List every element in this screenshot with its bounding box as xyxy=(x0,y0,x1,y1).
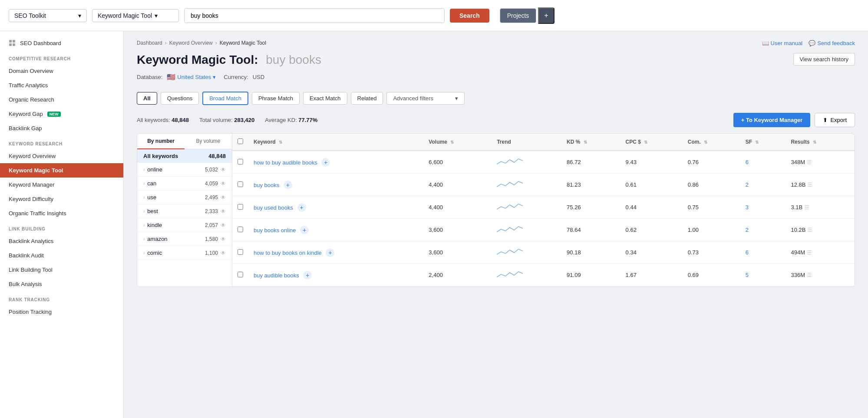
row-checkbox[interactable] xyxy=(238,181,243,187)
com-sort-icon[interactable]: ⇅ xyxy=(704,140,707,145)
sidebar-item-keyword-overview[interactable]: Keyword Overview xyxy=(0,149,123,163)
filter-exact-match-button[interactable]: Exact Match xyxy=(303,92,347,105)
sidebar-item-domain-overview[interactable]: Domain Overview xyxy=(0,64,123,78)
add-keyword-button[interactable]: + xyxy=(300,226,309,234)
filter-questions-button[interactable]: Questions xyxy=(161,92,199,105)
add-keyword-button[interactable]: + xyxy=(321,158,330,167)
chat-icon: 💬 xyxy=(809,40,815,46)
projects-plus-button[interactable]: + xyxy=(538,7,554,24)
td-volume: 4,400 xyxy=(423,196,492,219)
results-menu-icon: ☰ xyxy=(807,181,812,188)
td-results: 10.2B☰ xyxy=(785,219,855,241)
breadcrumb-keyword-overview[interactable]: Keyword Overview xyxy=(169,40,213,46)
tab-by-volume[interactable]: By volume xyxy=(185,134,232,149)
th-cpc: CPC $ ⇅ xyxy=(620,134,683,151)
sidebar-item-backlink-analytics[interactable]: Backlink Analytics xyxy=(0,234,123,248)
kd-sort-icon[interactable]: ⇅ xyxy=(584,140,587,145)
row-checkbox[interactable] xyxy=(238,249,243,255)
th-com: Com. ⇅ xyxy=(683,134,740,151)
td-kd: 90.18 xyxy=(561,241,620,264)
sf-value[interactable]: 6 xyxy=(746,249,749,256)
add-keyword-button[interactable]: + xyxy=(326,248,334,257)
chevron-right-icon: › xyxy=(143,209,145,214)
add-keyword-button[interactable]: + xyxy=(297,203,306,212)
main-content: Dashboard › Keyword Overview › Keyword M… xyxy=(124,31,868,418)
sf-value[interactable]: 5 xyxy=(746,272,749,278)
filter-phrase-match-button[interactable]: Phrase Match xyxy=(252,92,300,105)
row-checkbox[interactable] xyxy=(238,204,243,210)
sidebar-item-traffic-analytics[interactable]: Traffic Analytics xyxy=(0,78,123,92)
sf-value[interactable]: 3 xyxy=(746,204,749,211)
results-sort-icon[interactable]: ⇅ xyxy=(813,140,816,145)
user-manual-link[interactable]: 📖 User manual xyxy=(762,40,803,46)
sidebar-item-keyword-difficulty[interactable]: Keyword Difficulty xyxy=(0,192,123,206)
search-input[interactable] xyxy=(184,8,445,23)
list-item[interactable]: › kindle 2,057 👁 xyxy=(137,218,232,232)
sidebar-item-dashboard[interactable]: SEO Dashboard xyxy=(0,36,123,50)
td-trend xyxy=(492,219,561,241)
toolkit-selector[interactable]: SEO Toolkit ▾ xyxy=(9,9,87,22)
view-search-history-button[interactable]: View search history xyxy=(793,53,855,66)
left-panel: By number By volume All keywords 48,848 … xyxy=(137,133,232,287)
tab-by-number[interactable]: By number xyxy=(137,134,185,149)
list-item[interactable]: › amazon 1,580 👁 xyxy=(137,232,232,246)
sidebar-item-position-tracking[interactable]: Position Tracking xyxy=(0,305,123,319)
search-button[interactable]: Search xyxy=(450,9,489,23)
sidebar-dashboard-label: SEO Dashboard xyxy=(20,40,61,46)
td-trend xyxy=(492,174,561,196)
list-item[interactable]: › online 5,032 👁 xyxy=(137,163,232,177)
sf-value[interactable]: 2 xyxy=(746,181,749,188)
export-button[interactable]: ⬆ Export xyxy=(815,113,855,127)
sf-value[interactable]: 2 xyxy=(746,227,749,233)
sidebar-item-link-building-tool[interactable]: Link Building Tool xyxy=(0,263,123,277)
list-item[interactable]: › comic 1,100 👁 xyxy=(137,246,232,260)
keyword-link[interactable]: buy used books xyxy=(254,204,293,211)
list-item[interactable]: › use 2,495 👁 xyxy=(137,191,232,204)
row-checkbox[interactable] xyxy=(238,159,243,165)
td-checkbox xyxy=(232,174,248,196)
td-volume: 2,400 xyxy=(423,264,492,286)
sidebar-item-organic-research[interactable]: Organic Research xyxy=(0,92,123,107)
keyword-link[interactable]: buy books xyxy=(254,182,279,188)
breadcrumb-dashboard[interactable]: Dashboard xyxy=(137,40,162,46)
keyword-link[interactable]: buy audible books xyxy=(254,272,299,279)
filter-all-button[interactable]: All xyxy=(137,92,157,105)
filter-broad-match-button[interactable]: Broad Match xyxy=(202,92,248,105)
keyword-link[interactable]: buy books online xyxy=(254,227,296,234)
td-results: 336M☰ xyxy=(785,264,855,286)
sidebar-item-backlink-gap[interactable]: Backlink Gap xyxy=(0,121,123,135)
select-all-checkbox[interactable] xyxy=(238,138,243,144)
keyword-link[interactable]: how to buy books on kindle xyxy=(254,250,322,256)
keyword-sort-icon[interactable]: ⇅ xyxy=(279,140,282,145)
row-checkbox[interactable] xyxy=(238,227,243,232)
to-keyword-manager-button[interactable]: + To Keyword Manager xyxy=(733,113,811,127)
list-item[interactable]: › can 4,059 👁 xyxy=(137,177,232,191)
send-feedback-link[interactable]: 💬 Send feedback xyxy=(809,40,855,46)
row-checkbox[interactable] xyxy=(238,272,243,277)
table-row: buy books online + 3,600 78.64 0.62 1.00… xyxy=(232,219,855,241)
td-kd: 81.23 xyxy=(561,174,620,196)
th-keyword: Keyword ⇅ xyxy=(248,134,423,151)
filter-related-button[interactable]: Related xyxy=(351,92,383,105)
sidebar-item-keyword-gap[interactable]: Keyword Gap NEW xyxy=(0,107,123,121)
advanced-filters-dropdown[interactable]: Advanced filters ▾ xyxy=(386,92,465,105)
sidebar-item-bulk-analysis[interactable]: Bulk Analysis xyxy=(0,277,123,291)
database-selector[interactable]: 🇺🇸 United States ▾ xyxy=(167,73,216,81)
volume-sort-icon[interactable]: ⇅ xyxy=(450,140,454,145)
add-keyword-button[interactable]: + xyxy=(284,181,292,189)
add-keyword-button[interactable]: + xyxy=(303,271,312,280)
keyword-link[interactable]: how to buy audible books xyxy=(254,159,317,166)
sidebar-item-keyword-magic-tool[interactable]: Keyword Magic Tool xyxy=(0,163,123,178)
tool-dropdown[interactable]: Keyword Magic Tool ▾ xyxy=(92,9,179,22)
sidebar-item-backlink-audit[interactable]: Backlink Audit xyxy=(0,248,123,263)
sf-value[interactable]: 6 xyxy=(746,159,749,165)
cpc-sort-icon[interactable]: ⇅ xyxy=(644,140,647,145)
projects-button[interactable]: Projects xyxy=(500,8,537,23)
sf-sort-icon[interactable]: ⇅ xyxy=(755,140,759,145)
eye-icon: 👁 xyxy=(221,222,226,228)
list-item[interactable]: › best 2,333 👁 xyxy=(137,204,232,218)
sidebar-item-organic-traffic-insights[interactable]: Organic Traffic Insights xyxy=(0,206,123,221)
sidebar-item-keyword-manager[interactable]: Keyword Manager xyxy=(0,178,123,192)
td-cpc: 0.34 xyxy=(620,241,683,264)
td-checkbox xyxy=(232,196,248,219)
